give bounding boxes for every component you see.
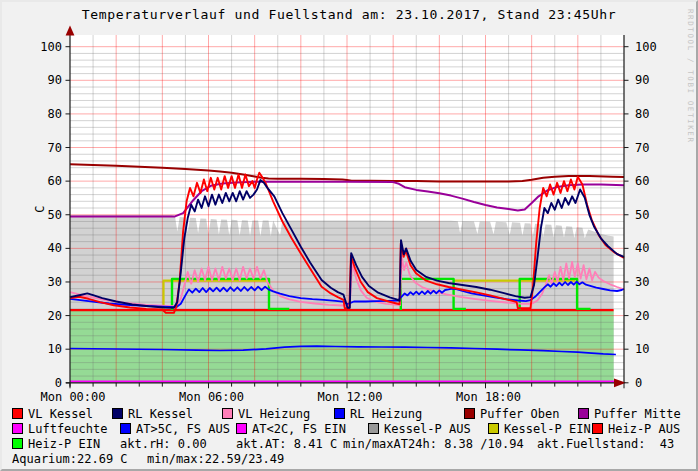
puffer-oben-swatch [464,408,475,419]
legend-label-vl-heizung: VL Heizung [238,407,310,421]
legend-item-kessel-p-aus: Kessel-P AUS [368,423,471,436]
legend-label-at-2c-fs-ein: AT<2C, FS EIN [252,422,346,436]
vl-kessel-swatch [12,408,23,419]
heiz-p-aus-swatch [592,423,603,434]
heiz-p-ein-swatch [12,438,23,449]
legend-label-rl-kessel: RL Kessel [128,407,193,421]
legend-item-at-2c-fs-ein: AT<2C, FS EIN [236,423,346,436]
legend-item-vl-kessel: VL Kessel [12,408,93,421]
legend-item-heiz-p-ein: Heiz-P EIN [12,438,100,451]
legend-item-aquarium-22-69-c: Aquarium:22.69 C [12,453,128,466]
legend-label-rl-heizung: RL Heizung [350,407,422,421]
legend-label-puffer-oben: Puffer Oben [480,407,559,421]
legend-label-kessel-p-ein: Kessel-P EIN [504,422,591,436]
legend-label-vl-kessel: VL Kessel [28,407,93,421]
puffer-mitte-swatch [578,408,589,419]
rrd-graph-image: Temperaturverlauf und Fuellstand am: 23.… [0,0,698,471]
legend-label-aquarium-22-69-c: Aquarium:22.69 C [12,452,128,466]
legend-item-puffer-mitte: Puffer Mitte [578,408,681,421]
vl-heizung-swatch [222,408,233,419]
legend-item-puffer-oben: Puffer Oben [464,408,559,421]
rl-heizung-swatch [334,408,345,419]
legend-item-luftfeuchte: Luftfeuchte [12,423,107,436]
at-2c-fs-ein-swatch [236,423,247,434]
legend-label-akt-fuellstand-43: akt.Fuellstand: 43 [537,437,674,451]
legend-item-at-5c-fs-aus: AT>5C, FS AUS [120,423,230,436]
kessel-p-aus-swatch [368,423,379,434]
legend-item-vl-heizung: VL Heizung [222,408,310,421]
legend-item-akt-rh-0-00: akt.rH: 0.00 [120,438,207,451]
rl-kessel-swatch [112,408,123,419]
legend-item-akt-at-8-41-c: akt.AT: 8.41 C [236,438,337,451]
legend-item-kessel-p-ein: Kessel-P EIN [488,423,591,436]
legend-label-min-max-22-59-23-49: min/max:22.59/23.49 [147,452,284,466]
kessel-p-ein-swatch [488,423,499,434]
legend-label-akt-at-8-41-c: akt.AT: 8.41 C [236,437,337,451]
legend-label-akt-rh-0-00: akt.rH: 0.00 [120,437,207,451]
legend-label-min-maxat24h-8-38-10-94: min/maxAT24h: 8.38 /10.94 [343,437,524,451]
legend-item-heiz-p-aus: Heiz-P AUS [592,423,680,436]
legend-label-heiz-p-aus: Heiz-P AUS [608,422,680,436]
legend-item-rl-kessel: RL Kessel [112,408,193,421]
legend-label-heiz-p-ein: Heiz-P EIN [28,437,100,451]
legend-item-akt-fuellstand-43: akt.Fuellstand: 43 [537,438,674,451]
luftfeuchte-swatch [12,423,23,434]
legend-item-min-maxat24h-8-38-10-94: min/maxAT24h: 8.38 /10.94 [343,438,524,451]
legend-item-rl-heizung: RL Heizung [334,408,422,421]
legend-label-at-5c-fs-aus: AT>5C, FS AUS [136,422,230,436]
legend-label-kessel-p-aus: Kessel-P AUS [384,422,471,436]
legend-label-puffer-mitte: Puffer Mitte [594,407,681,421]
legend-item-min-max-22-59-23-49: min/max:22.59/23.49 [147,453,284,466]
at-5c-fs-aus-swatch [120,423,131,434]
legend-label-luftfeuchte: Luftfeuchte [28,422,107,436]
chart-legend: VL KesselRL KesselVL HeizungRL HeizungPu… [2,2,696,469]
